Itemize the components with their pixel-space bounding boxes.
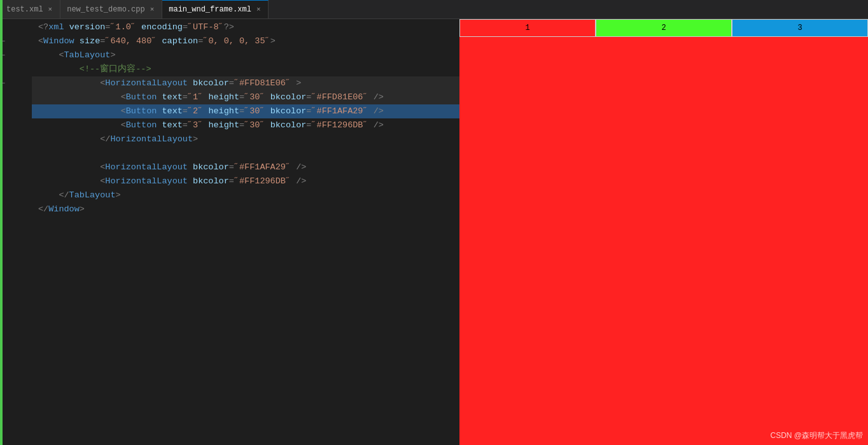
code-line-12: <HorizontalLayout bkcolor=˝#FF1296DB˝ /> bbox=[32, 174, 459, 188]
gutter-line bbox=[0, 371, 32, 385]
code-token bbox=[38, 104, 121, 118]
tab-new-test-demo[interactable]: new_test_demo.cpp × bbox=[60, 0, 162, 18]
code-token: bkcolor bbox=[270, 90, 307, 104]
code-token: ˝UTF-8˝ bbox=[188, 20, 224, 34]
code-token: TabLayout bbox=[64, 48, 111, 62]
code-line-6: <Button text=˝1˝ height=˝30˝ bkcolor=˝#F… bbox=[32, 90, 459, 104]
code-token: < bbox=[100, 174, 105, 188]
code-token bbox=[291, 160, 296, 174]
code-token: < bbox=[121, 118, 126, 132]
main-area: − − − <?xml vers bbox=[0, 19, 868, 445]
code-token bbox=[157, 34, 162, 48]
code-token: /> bbox=[374, 104, 384, 118]
code-token: ˝#FFD81E06˝ bbox=[234, 76, 291, 90]
tab-bar: test.xml × new_test_demo.cpp × main_wnd_… bbox=[0, 0, 868, 19]
preview-tab-3[interactable]: 3 bbox=[732, 19, 868, 37]
code-token: > bbox=[296, 76, 301, 90]
code-line-14: </Window> bbox=[32, 202, 459, 216]
code-token bbox=[38, 118, 121, 132]
code-line-1: <?xml version=˝1.0˝ encoding=˝UTF-8˝?> bbox=[32, 20, 459, 34]
gutter-line bbox=[0, 272, 32, 286]
watermark-text: CSDN @森明帮大于黑虎帮 bbox=[770, 430, 863, 441]
code-token: text bbox=[162, 118, 182, 132]
tab-test-xml[interactable]: test.xml × bbox=[0, 0, 60, 18]
code-token: = bbox=[183, 90, 188, 104]
code-token: HorizontalLayout bbox=[105, 76, 188, 90]
code-token: /> bbox=[374, 90, 384, 104]
code-token bbox=[368, 104, 374, 118]
code-line-5: <HorizontalLayout bkcolor=˝#FFD81E06˝ > bbox=[32, 76, 459, 90]
code-token bbox=[38, 76, 100, 90]
code-token: = bbox=[100, 34, 105, 48]
tab-close-icon[interactable]: × bbox=[149, 5, 156, 14]
code-token: bkcolor bbox=[270, 104, 307, 118]
code-token bbox=[38, 62, 80, 76]
gutter-line bbox=[0, 343, 32, 357]
gutter-line bbox=[0, 385, 32, 399]
code-line-10 bbox=[32, 146, 459, 160]
code-token: Button bbox=[126, 118, 157, 132]
preview-tab-1[interactable]: 1 bbox=[459, 19, 596, 37]
code-token bbox=[203, 104, 208, 118]
gutter-line bbox=[0, 202, 32, 216]
code-token bbox=[368, 118, 374, 132]
gutter-line: − bbox=[0, 48, 32, 62]
fold-button[interactable]: − bbox=[1, 80, 5, 87]
code-token bbox=[157, 104, 162, 118]
code-token: Button bbox=[126, 104, 157, 118]
code-token: text bbox=[162, 104, 182, 118]
code-token: <? bbox=[38, 20, 48, 34]
code-token: ˝30˝ bbox=[244, 118, 265, 132]
gutter-line bbox=[0, 230, 32, 244]
code-token: HorizontalLayout bbox=[105, 160, 188, 174]
code-token: = bbox=[229, 160, 234, 174]
gutter-line bbox=[0, 20, 32, 34]
code-token: ˝30˝ bbox=[244, 104, 265, 118]
gutter-line bbox=[0, 286, 32, 300]
code-token bbox=[188, 76, 193, 90]
code-token: < bbox=[121, 104, 126, 118]
code-token: ˝#FF1AFA29˝ bbox=[311, 104, 368, 118]
fold-button[interactable]: − bbox=[1, 38, 5, 45]
code-token: ˝640, 480˝ bbox=[105, 34, 157, 48]
code-editor[interactable]: <?xml version=˝1.0˝ encoding=˝UTF-8˝?> <… bbox=[32, 19, 459, 445]
code-token bbox=[38, 160, 100, 174]
code-token: = bbox=[306, 104, 311, 118]
code-token bbox=[38, 48, 59, 62]
code-token: version bbox=[69, 20, 106, 34]
code-token: ˝2˝ bbox=[188, 104, 203, 118]
gutter-line bbox=[0, 300, 32, 314]
code-token bbox=[157, 118, 162, 132]
fold-button[interactable]: − bbox=[1, 52, 5, 59]
code-token: bkcolor bbox=[193, 160, 229, 174]
code-token bbox=[157, 90, 162, 104]
code-token bbox=[291, 76, 296, 90]
code-token: < bbox=[38, 34, 43, 48]
code-token: ˝0, 0, 0, 35˝ bbox=[203, 34, 270, 48]
tab-main-wnd-frame[interactable]: main_wnd_frame.xml × bbox=[162, 0, 269, 18]
code-token: < bbox=[121, 90, 126, 104]
code-line-8: <Button text=˝3˝ height=˝30˝ bkcolor=˝#F… bbox=[32, 118, 459, 132]
code-token: /> bbox=[374, 118, 384, 132]
gutter-line bbox=[0, 244, 32, 258]
code-token: bkcolor bbox=[193, 76, 229, 90]
code-line-3: <TabLayout> bbox=[32, 48, 459, 62]
gutter-line bbox=[0, 62, 32, 76]
code-token: ˝3˝ bbox=[188, 118, 203, 132]
preview-tab-2[interactable]: 2 bbox=[596, 19, 732, 37]
code-token: caption bbox=[162, 34, 198, 48]
code-token: </ bbox=[38, 202, 48, 216]
tab-close-icon[interactable]: × bbox=[47, 5, 54, 14]
code-token: </ bbox=[59, 188, 69, 202]
code-token: Window bbox=[43, 34, 74, 48]
gutter-line bbox=[0, 314, 32, 328]
code-token bbox=[265, 90, 270, 104]
code-line-7: <Button text=˝2˝ height=˝30˝ bkcolor=˝#F… bbox=[32, 104, 459, 118]
code-token: ?> bbox=[224, 20, 234, 34]
gutter-line bbox=[0, 160, 32, 174]
code-token: = bbox=[105, 20, 110, 34]
tab-close-icon[interactable]: × bbox=[255, 5, 262, 14]
gutter-line: − bbox=[0, 34, 32, 48]
gutter-line bbox=[0, 413, 32, 427]
code-token: ˝#FF1AFA29˝ bbox=[234, 160, 291, 174]
